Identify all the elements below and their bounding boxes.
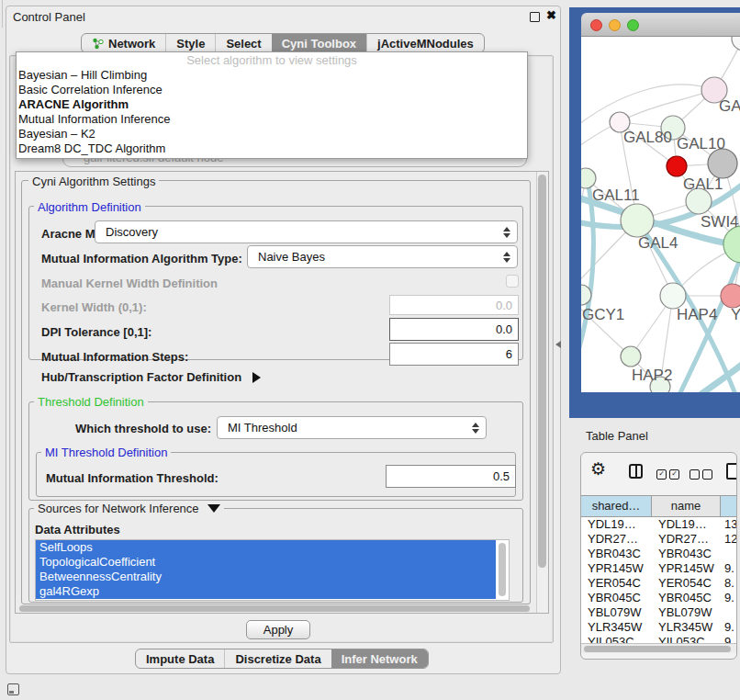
table-row[interactable]: YIL053CYIL053C9. <box>581 635 736 643</box>
table-header-cell[interactable]: name <box>652 496 721 516</box>
network-node[interactable] <box>708 149 737 178</box>
manual-kernel-width-checkbox[interactable] <box>506 275 519 288</box>
tab-label: Network <box>108 37 155 51</box>
gear-icon[interactable]: ⚙ <box>590 460 606 478</box>
table-row[interactable]: YDR27…YDR27…12 <box>581 532 736 547</box>
network-node-label: Y <box>731 306 740 323</box>
table-hscroll-thumb[interactable] <box>584 646 731 652</box>
deselect-all-columns-icon[interactable] <box>690 469 712 480</box>
network-node-label: SWI4 <box>701 213 739 231</box>
attribute-item[interactable]: SelfLoops <box>36 540 496 555</box>
which-threshold-select[interactable]: MI Threshold <box>217 416 487 439</box>
control-panel-tabbar: Network Style Select Cyni Toolbox jActiv… <box>81 33 485 53</box>
table-cell: YER054C <box>652 576 721 591</box>
network-node[interactable] <box>621 346 641 367</box>
table-cell: YBR043C <box>581 547 652 561</box>
tab-cyni-toolbox[interactable]: Cyni Toolbox <box>272 34 366 52</box>
algorithm-option[interactable]: Mutual Information Inference <box>17 112 527 127</box>
table-cell: YBR043C <box>652 547 721 561</box>
table-row[interactable]: YBR045CYBR045C9. <box>581 591 736 605</box>
network-node-label: GAL <box>719 97 740 115</box>
attribute-item[interactable]: TopologicalCoefficient <box>36 555 496 570</box>
dpi-tolerance-input[interactable]: 0.0 <box>389 318 519 341</box>
restore-panel-icon[interactable] <box>7 683 19 695</box>
table-row[interactable]: YBL079WYBL079W <box>581 605 736 620</box>
algorithm-option[interactable]: Bayesian – K2 <box>17 127 527 141</box>
close-panel-button[interactable]: ✖ <box>546 8 556 22</box>
table-cell: YPR145W <box>652 561 721 576</box>
settings-vscroll-thumb[interactable] <box>538 175 546 568</box>
mi-algorithm-type-select[interactable]: Naive Bayes <box>247 245 518 268</box>
attributes-scrollbar[interactable] <box>499 543 506 596</box>
table-row[interactable]: YLR345WYLR345W9. <box>581 620 736 635</box>
tab-label: Select <box>226 37 261 51</box>
table-row[interactable]: YDL19…YDL19…13 <box>581 517 736 532</box>
tab-impute-data[interactable]: Impute Data <box>136 649 224 668</box>
network-window-titlebar[interactable] <box>581 13 740 37</box>
cyni-algorithm-settings-title: Cyni Algorithm Settings <box>28 175 159 188</box>
minimize-window-button[interactable] <box>609 19 621 31</box>
kernel-width-input[interactable]: 0.0 <box>389 295 519 315</box>
hub-tf-definition-toggle[interactable]: Hub/Transcription Factor Definition <box>41 370 261 384</box>
table-cell: YBL079W <box>581 605 652 620</box>
data-attributes-label: Data Attributes <box>35 523 120 536</box>
split-columns-divider <box>635 466 637 477</box>
network-node-label: GAL4 <box>638 234 678 252</box>
table-cell: YBR045C <box>652 591 721 605</box>
table-row[interactable]: YBR043CYBR043C <box>581 547 736 561</box>
table-panel: ⚙ ✓✓ shared…nameA YDL19…YDL19…13YDR27…YD… <box>580 452 737 660</box>
algorithm-option[interactable]: Dream8 DC_TDC Algorithm <box>17 141 527 156</box>
settings-hscroll-thumb[interactable] <box>19 605 530 612</box>
desktop: Control Panel ✖ Network Style Select Cyn… <box>0 0 740 700</box>
panel-splitter-handle[interactable] <box>555 341 561 348</box>
table-cell: YBR045C <box>581 591 652 605</box>
spinner-icon <box>503 252 510 263</box>
data-attributes-list[interactable]: SelfLoopsTopologicalCoefficientBetweenne… <box>35 539 510 601</box>
mi-steps-input[interactable]: 6 <box>389 343 519 366</box>
table-row[interactable]: YPR145WYPR145W9. <box>581 561 736 576</box>
float-panel-button[interactable] <box>530 12 540 22</box>
zoom-window-button[interactable] <box>627 19 639 31</box>
tab-jactivemnodules[interactable]: jActiveMNodules <box>366 34 484 52</box>
algorithm-list: Bayesian – Hill ClimbingBasic Correlatio… <box>17 68 527 156</box>
select-all-columns-icon[interactable]: ✓✓ <box>656 469 679 480</box>
table-hscroll-track[interactable] <box>581 643 736 653</box>
tab-label: jActiveMNodules <box>377 37 474 51</box>
table-header-cell[interactable]: A <box>721 496 737 516</box>
restore-panel-icon-inner <box>9 691 14 694</box>
aracne-mode-value: Discovery <box>106 225 158 239</box>
tab-style[interactable]: Style <box>165 34 215 52</box>
network-node-label: GCY1 <box>582 306 624 323</box>
network-node-label: GAL80 <box>623 129 672 146</box>
algorithm-option[interactable]: Basic Correlation Inference <box>17 83 527 97</box>
tab-discretize-data[interactable]: Discretize Data <box>224 649 331 668</box>
tab-label: Cyni Toolbox <box>282 37 356 51</box>
network-canvas[interactable]: GALGAL80GAL10GAL1SWI4GAL11GAL4GCY1HAP4YH… <box>581 37 740 392</box>
sources-group-title[interactable]: Sources for Network Inference <box>34 502 224 515</box>
close-window-button[interactable] <box>590 19 602 31</box>
network-node[interactable] <box>723 226 740 263</box>
table-cell: 9. <box>721 591 736 605</box>
algorithm-option[interactable]: ARACNE Algorithm <box>17 97 527 112</box>
attribute-item[interactable]: BetweennessCentrality <box>36 570 496 584</box>
tab-network[interactable]: Network <box>82 34 165 52</box>
network-node[interactable] <box>621 204 654 237</box>
new-table-icon[interactable] <box>726 463 737 480</box>
network-node[interactable] <box>660 283 686 309</box>
apply-button[interactable]: Apply <box>246 620 310 639</box>
network-node[interactable] <box>721 284 740 308</box>
table-panel-title: Table Panel <box>586 429 648 443</box>
network-node[interactable] <box>581 168 596 188</box>
table-header-cell[interactable]: shared… <box>581 496 652 516</box>
dpi-tolerance-label: DPI Tolerance [0,1]: <box>41 325 151 339</box>
tab-infer-network[interactable]: Infer Network <box>331 649 428 668</box>
algorithm-option[interactable]: Bayesian – Hill Climbing <box>17 68 527 83</box>
mi-threshold-input[interactable]: 0.5 <box>386 465 516 488</box>
network-node[interactable] <box>732 37 740 51</box>
aracne-mode-select[interactable]: Discovery <box>95 220 518 243</box>
table-row[interactable]: YER054CYER054C8. <box>581 576 736 591</box>
tab-select[interactable]: Select <box>215 34 271 52</box>
attribute-item[interactable]: gal4RGexp <box>36 584 496 599</box>
split-columns-icon[interactable] <box>629 464 643 479</box>
network-node[interactable] <box>667 156 687 176</box>
